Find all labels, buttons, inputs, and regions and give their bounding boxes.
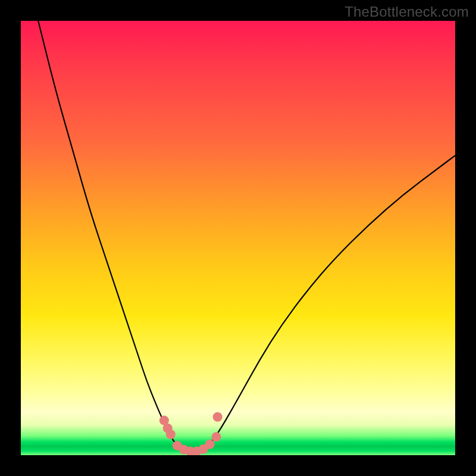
plot-area [21,21,455,455]
minimum-marker-dot [205,440,215,449]
watermark-text: TheBottleneck.com [345,4,469,20]
chart-frame: TheBottleneck.com [0,0,476,476]
minimum-marker-dot [213,412,223,422]
minimum-marker-dot [211,432,221,441]
minimum-marker-dot [166,430,176,439]
bottleneck-curve [21,21,455,455]
bottleneck-path [38,21,455,451]
